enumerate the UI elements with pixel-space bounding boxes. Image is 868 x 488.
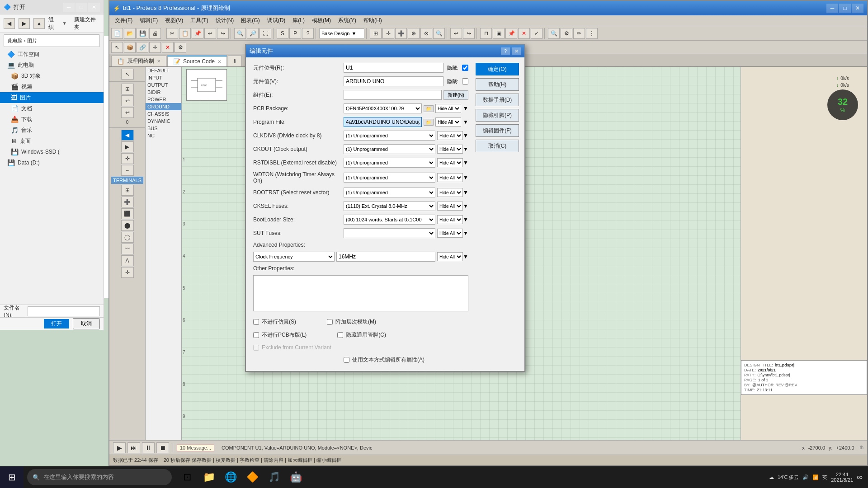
dialog-titlebar: 编辑元件 ? ✕ bbox=[246, 45, 524, 57]
adv-props-dropdown[interactable]: Clock Frequency bbox=[253, 252, 335, 262]
cksel-hide-select[interactable]: Hide All bbox=[437, 202, 463, 211]
taskbar-app5[interactable]: 🤖 bbox=[286, 467, 306, 487]
sidebar-item-music[interactable]: 🎵音乐 bbox=[0, 125, 104, 136]
adv-value-input[interactable] bbox=[336, 252, 435, 262]
pcb-select[interactable]: QFN45P400X400X100-29 bbox=[344, 103, 422, 113]
component-input[interactable] bbox=[344, 90, 442, 100]
program-browse-btn[interactable]: 📁 bbox=[424, 119, 434, 126]
no-pcb-label: 不进行PCB布版(L) bbox=[262, 331, 307, 339]
other-props-textarea[interactable] bbox=[253, 275, 468, 311]
clkdiv-row: CLKDIV8 (Divide clock by 8) (1) Unprogra… bbox=[253, 131, 468, 141]
rstdisbl-select[interactable]: (1) Unprogrammed bbox=[344, 158, 435, 168]
fe-open-btn[interactable]: 打开 bbox=[44, 319, 69, 328]
bootrst-row: BOOTRST (Select reset vector) (1) Unprog… bbox=[253, 188, 468, 197]
clkdiv-hide-select[interactable]: Hide All bbox=[437, 131, 463, 140]
attach-module-checkbox[interactable] bbox=[327, 319, 333, 325]
hide-common-checkbox[interactable] bbox=[337, 332, 343, 338]
sidebar-item-video[interactable]: 🎬视频 bbox=[0, 81, 104, 92]
pcb-hide-select[interactable]: Hide All bbox=[435, 104, 461, 113]
taskbar-start-btn[interactable]: ⊞ bbox=[0, 466, 24, 488]
value-input[interactable] bbox=[344, 76, 443, 86]
ok-btn[interactable]: 确定(O) bbox=[476, 63, 519, 75]
sidebar-item-3d[interactable]: 📦3D 对象 bbox=[0, 70, 104, 81]
clkdiv-arrow: ▼ bbox=[463, 132, 468, 139]
help-btn[interactable]: 帮助(H) bbox=[476, 78, 519, 91]
bootloader-select[interactable]: (00) 1024 words. Starts at 0x1C00 bbox=[344, 215, 435, 225]
sidebar-item-downloads[interactable]: 📥下载 bbox=[0, 114, 104, 125]
taskbar-time-display: 22:44 bbox=[836, 472, 849, 477]
value-hidden-checkbox[interactable] bbox=[462, 78, 468, 84]
organize-label[interactable]: 组织 bbox=[48, 16, 59, 31]
sidebar-item-pictures[interactable]: 🖼图片 bbox=[0, 92, 104, 103]
cksel-arrow: ▼ bbox=[463, 203, 468, 209]
pcb-browse-btn[interactable]: 📁 bbox=[424, 105, 434, 112]
bootrst-hide-select[interactable]: Hide All bbox=[437, 188, 463, 197]
filename-bar: 文件名(N): bbox=[0, 305, 104, 317]
sidebar-item-docs[interactable]: 📄文档 bbox=[0, 103, 104, 114]
dialog-checkboxes: 不进行仿真(S) 附加层次模块(M) bbox=[253, 316, 468, 328]
new-component-btn[interactable]: 新建(N) bbox=[443, 90, 468, 100]
program-hide-select[interactable]: Hide All bbox=[435, 117, 461, 127]
fe-cancel-btn[interactable]: 取消 bbox=[73, 318, 100, 329]
component-row: 组件(E): 新建(N) bbox=[253, 90, 468, 100]
cancel-btn[interactable]: 取消(C) bbox=[476, 140, 519, 152]
rstdisbl-hide-select[interactable]: Hide All bbox=[437, 158, 463, 167]
taskbar-edge[interactable]: 🌐 bbox=[221, 467, 241, 487]
exclude-checkbox[interactable] bbox=[253, 345, 259, 351]
text-edit-checkbox[interactable] bbox=[344, 357, 349, 363]
sidebar-item-ssd[interactable]: 💾Windows-SSD ( bbox=[0, 146, 104, 157]
sut-select[interactable] bbox=[344, 228, 435, 238]
ref-hidden-label: 隐藏: bbox=[447, 65, 458, 71]
sut-hide-select[interactable]: Hide All bbox=[437, 229, 463, 238]
taskbar-task-view[interactable]: ⊡ bbox=[177, 467, 197, 487]
filename-label: 文件名(N): bbox=[4, 304, 28, 318]
bootrst-select[interactable]: (1) Unprogrammed bbox=[344, 188, 435, 197]
ckout-select[interactable]: (1) Unprogrammed bbox=[344, 144, 435, 154]
fe-close-btn[interactable]: ✕ bbox=[88, 3, 100, 12]
dialog-overlay: 编辑元件 ? ✕ 元件位号(R): 隐藏: bbox=[109, 1, 867, 465]
sidebar-item-desktop[interactable]: 🖥桌面 bbox=[0, 136, 104, 146]
sidebar-item-computer[interactable]: 💻此电脑 bbox=[0, 60, 104, 70]
pcb-label: PCB Package: bbox=[253, 105, 344, 112]
pcb-group: QFN45P400X400X100-29 📁 Hide All ▼ bbox=[344, 103, 468, 113]
taskbar-network: 📶 bbox=[812, 474, 819, 480]
bootrst-arrow: ▼ bbox=[463, 189, 468, 196]
fe-forward-btn[interactable]: ▶ bbox=[19, 18, 30, 29]
taskbar-search[interactable]: 🔍 在这里输入你要搜索的内容 bbox=[27, 469, 172, 485]
hide-common-label: 隐藏通用管脚(C) bbox=[346, 331, 386, 339]
filename-input[interactable] bbox=[28, 306, 100, 316]
ref-hidden-checkbox[interactable] bbox=[462, 65, 468, 71]
taskbar-file-explorer[interactable]: 📁 bbox=[199, 467, 219, 487]
adv-hide-select[interactable]: Hide All bbox=[437, 252, 463, 261]
wdton-hide-select[interactable]: Hide All bbox=[437, 173, 463, 182]
program-input[interactable] bbox=[344, 117, 422, 127]
wdton-select[interactable]: (1) Unprogrammed bbox=[344, 173, 435, 183]
fe-back-btn[interactable]: ◀ bbox=[4, 18, 15, 29]
other-props-row: Other Properties: bbox=[253, 265, 468, 272]
no-sim-checkbox[interactable] bbox=[253, 319, 259, 325]
ckout-hide-select[interactable]: Hide All bbox=[437, 145, 463, 154]
taskbar-music[interactable]: 🎵 bbox=[264, 467, 284, 487]
fe-maximize-btn[interactable]: □ bbox=[75, 3, 87, 12]
bootloader-hide-select[interactable]: Hide All bbox=[437, 215, 463, 224]
dialog-close-btn[interactable]: ✕ bbox=[512, 47, 521, 55]
sidebar-item-data[interactable]: 💾Data (D:) bbox=[0, 157, 104, 168]
datasheet-btn[interactable]: 数据手册(D) bbox=[476, 94, 519, 106]
no-pcb-checkbox[interactable] bbox=[253, 332, 259, 338]
edit-firmware-btn[interactable]: 编辑固件(F) bbox=[476, 124, 519, 137]
taskbar-store[interactable]: 🔶 bbox=[242, 467, 262, 487]
cksel-row: CKSEL Fuses: (1110) Ext. Crystal 8.0-MHz… bbox=[253, 201, 468, 211]
fe-minimize-btn[interactable]: ─ bbox=[63, 3, 75, 12]
new-folder-label[interactable]: 新建文件夹 bbox=[74, 16, 100, 31]
cksel-select[interactable]: (1110) Ext. Crystal 8.0-MHz bbox=[344, 201, 435, 211]
dialog-help-icon[interactable]: ? bbox=[501, 47, 510, 55]
sidebar-item-workspace[interactable]: 🔷工作空间 bbox=[0, 49, 104, 60]
clkdiv-select[interactable]: (1) Unprogrammed bbox=[344, 131, 435, 141]
taskbar-temp: 14℃ 多云 bbox=[778, 474, 799, 481]
fe-up-btn[interactable]: ▲ bbox=[33, 18, 45, 29]
hidden-pins-btn[interactable]: 隐藏引脚(P) bbox=[476, 109, 519, 122]
file-explorer-sidebar: 🔷工作空间 💻此电脑 📦3D 对象 🎬视频 🖼图片 📄文档 📥下载 🎵音乐 🖥桌… bbox=[0, 49, 104, 305]
taskbar-clock[interactable]: 22:44 2021/8/21 bbox=[831, 472, 853, 483]
ref-input[interactable] bbox=[344, 63, 443, 73]
exclude-row: Exclude from Current Variant bbox=[253, 344, 331, 351]
